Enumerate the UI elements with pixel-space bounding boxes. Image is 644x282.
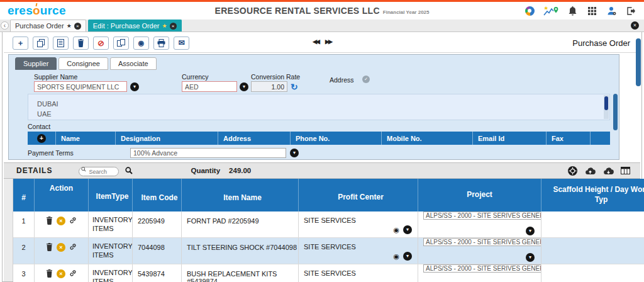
tab-supplier[interactable]: Supplier	[15, 57, 57, 70]
col-action: Action	[35, 179, 89, 212]
cloud-download-icon[interactable]	[602, 167, 614, 175]
currency-input[interactable]	[182, 81, 237, 92]
address-info-icon[interactable]: ✓	[362, 76, 370, 83]
table-row[interactable]: 3 × INVENTORY ITEMS 5439874 BUSH REPLACE…	[13, 264, 644, 282]
table-row[interactable]: 2 × INVENTORY ITEMS 7044098 TILT STEERIN…	[13, 238, 644, 264]
document-view-button[interactable]	[53, 37, 69, 50]
refresh-rate-icon[interactable]: ↻	[291, 82, 298, 91]
first-record-icon[interactable]: ◀◀	[313, 38, 319, 45]
project-select-box[interactable]: ALPS/SS - 2000 - SITE SERIVES GENERAI	[423, 212, 541, 220]
record-toolbar: + ⊘ ◉ ✉ ◀◀ ▶▶ Purchase Order	[4, 33, 640, 53]
logo-text-post: urce	[40, 4, 66, 18]
favorite-star-icon[interactable]: ★	[67, 23, 72, 29]
project-dropdown-icon[interactable]: ▾	[526, 227, 535, 235]
row-scaffold	[541, 212, 644, 237]
notifications-bell-icon[interactable]	[567, 5, 578, 16]
close-all-tabs-icon[interactable]: ×	[631, 21, 639, 30]
row-actions: ×	[35, 238, 89, 264]
apps-grid-icon[interactable]	[586, 5, 597, 16]
tab-close-icon[interactable]: ×	[74, 23, 81, 30]
delete-row-icon[interactable]	[46, 217, 53, 225]
link-row-icon[interactable]	[69, 217, 77, 224]
envelope-icon: ✉	[178, 38, 184, 47]
print-button[interactable]	[153, 37, 169, 50]
contact-table-header: + Name Designation Address Phone No. Mob…	[28, 132, 610, 145]
email-button[interactable]: ✉	[174, 37, 189, 50]
record-dot-icon: ◉	[138, 39, 145, 47]
project-select-box[interactable]: ALPS/SS - 2000 - SITE SERIVES GENERAI	[423, 264, 541, 273]
tab-consignee[interactable]: Consignee	[58, 57, 108, 70]
record-status-button[interactable]: ◉	[133, 37, 149, 50]
profit-dropdown-icon[interactable]: ▾	[403, 225, 412, 234]
quantity-label: Quantity	[191, 167, 220, 174]
open-tabs-bar: ‹ Purchase Order ★ × Edit : Purchase Ord…	[0, 20, 644, 32]
project-select-box[interactable]: ALPS/SS - 2000 - SITE SERIVES GENERAI	[423, 238, 541, 246]
col-itemname: Item Name	[182, 179, 299, 212]
contact-col-fax: Fax	[546, 132, 590, 145]
cancel-row-icon[interactable]: ×	[57, 217, 65, 225]
copy-button[interactable]	[33, 37, 48, 50]
row-itemname: BUSH REPLACEMENT KITS #5439874	[182, 264, 299, 282]
link-row-icon[interactable]	[69, 243, 77, 251]
logout-icon[interactable]	[625, 5, 636, 16]
address-label: Address	[330, 76, 354, 84]
delete-row-icon[interactable]	[46, 243, 53, 251]
new-record-button[interactable]: +	[13, 37, 28, 50]
cancel-row-icon[interactable]: ×	[57, 243, 65, 252]
document-icon	[57, 39, 64, 47]
delete-row-icon[interactable]	[46, 269, 53, 278]
favorite-star-icon[interactable]: ★	[162, 23, 167, 29]
plus-icon: +	[18, 38, 23, 48]
clone-button[interactable]	[113, 37, 129, 50]
table-row[interactable]: 1 × INVENTORY ITEMS 2205949 FORNT PAD #2…	[13, 212, 644, 238]
row-itemtype: INVENTORY ITEMS	[89, 212, 133, 237]
supplier-form-panel: Supplier Consignee Associate Supplier Na…	[8, 54, 619, 160]
address-display-box: DUBAI UAE	[28, 94, 610, 120]
cancel-record-button[interactable]: ⊘	[93, 37, 109, 50]
tab-associate[interactable]: Associate	[110, 57, 157, 70]
dashboard-pie-icon[interactable]	[524, 5, 535, 16]
supplier-name-input[interactable]	[34, 81, 127, 92]
row-actions: ×	[35, 212, 89, 237]
row-profit-center: SITE SERVICES ◉▾	[299, 238, 418, 264]
tab-label: Edit : Purchase Order	[93, 22, 160, 30]
col-project: Project	[418, 179, 541, 212]
add-contact-button[interactable]: +	[37, 134, 46, 143]
row-itemtype: INVENTORY ITEMS	[89, 264, 133, 282]
col-itemtype: ItemType	[89, 179, 133, 212]
supplier-dropdown-icon[interactable]: ▾	[130, 82, 139, 91]
tab-close-icon[interactable]: ×	[170, 23, 177, 30]
payment-terms-dropdown-icon[interactable]: ▾	[290, 149, 299, 157]
contact-col-email: Email Id	[472, 132, 546, 145]
details-search-box	[79, 165, 119, 177]
page-scrollbar-thumb[interactable]	[636, 38, 641, 86]
project-dropdown-icon[interactable]: ▾	[526, 253, 535, 262]
form-scrollbar-thumb[interactable]	[613, 94, 618, 130]
row-number: 1	[13, 212, 35, 237]
conversion-rate-label: Conversion Rate	[251, 73, 300, 81]
profit-radio-icon[interactable]: ◉	[393, 253, 399, 260]
tab-scroll-back-icon[interactable]: ‹	[1, 21, 9, 30]
row-itemcode: 7044098	[133, 238, 182, 264]
tab-purchase-order[interactable]: Purchase Order ★ ×	[10, 20, 86, 31]
grid-settings-icon[interactable]	[568, 166, 577, 176]
analytics-chart-icon[interactable]	[543, 5, 558, 16]
tab-edit-purchase-order[interactable]: Edit : Purchase Order ★ ×	[88, 20, 182, 31]
clone-icon	[117, 39, 125, 47]
currency-dropdown-icon[interactable]: ▾	[240, 82, 248, 91]
column-layout-icon[interactable]	[621, 167, 630, 174]
cloud-upload-icon[interactable]	[584, 167, 596, 175]
cancel-row-icon[interactable]: ×	[57, 269, 65, 278]
profit-dropdown-icon[interactable]: ▾	[403, 252, 412, 261]
conversion-rate-input[interactable]	[251, 81, 287, 92]
link-row-icon[interactable]	[69, 269, 77, 277]
search-button-icon[interactable]	[125, 167, 133, 174]
last-record-icon[interactable]: ▶▶	[325, 38, 331, 45]
address-scrollbar-thumb[interactable]	[604, 96, 608, 110]
details-table-header: # Action ItemType Item Code Item Name Pr…	[13, 179, 644, 212]
delete-button[interactable]	[73, 37, 89, 50]
profit-radio-icon[interactable]: ◉	[393, 227, 399, 234]
user-profile-icon[interactable]	[606, 5, 617, 16]
row-itemname: FORNT PAD #2205949	[182, 212, 299, 237]
payment-terms-input[interactable]	[130, 148, 286, 158]
